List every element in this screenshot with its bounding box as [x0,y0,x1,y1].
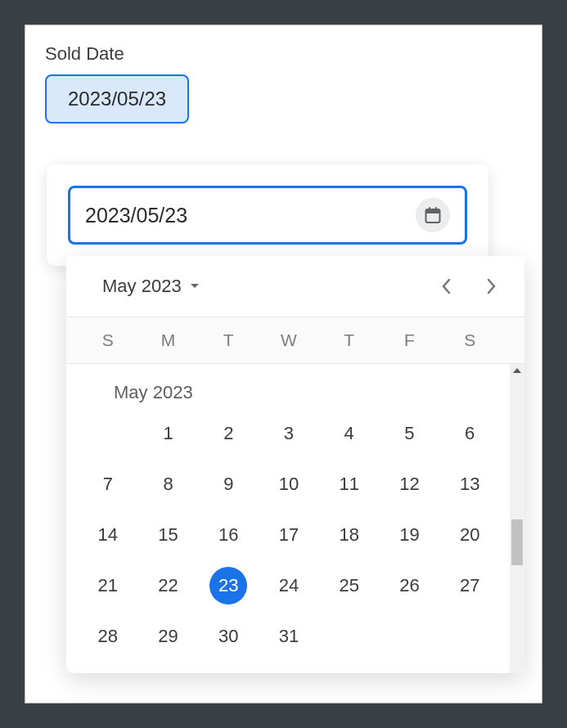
svg-rect-3 [435,207,437,211]
calendar-day[interactable]: 20 [439,516,500,554]
calendar-day[interactable]: 13 [439,465,500,503]
calendar-day[interactable]: 29 [138,618,199,655]
weekday-header-row: SMTWTFS [66,317,524,364]
calendar-empty-cell [78,415,138,452]
calendar-day[interactable]: 19 [380,516,440,554]
calendar-day[interactable]: 21 [78,567,138,604]
scrollbar-thumb[interactable] [511,519,523,565]
calendar-day[interactable]: 11 [319,465,380,503]
calendar-day[interactable]: 26 [380,567,440,604]
scrollbar-track[interactable] [510,364,524,673]
field-label: Sold Date [45,43,522,65]
calendar-day[interactable]: 25 [319,567,380,604]
section-month-label: May 2023 [78,364,500,415]
weekday-header: S [78,330,138,350]
calendar-day[interactable]: 28 [78,618,138,655]
calendar-day[interactable]: 6 [439,415,500,452]
chevron-left-icon [441,278,451,294]
calendar-day[interactable]: 5 [380,415,440,452]
calendar-day[interactable]: 23 [198,567,259,604]
calendar-day[interactable]: 27 [439,567,500,604]
date-input-card: 2023/05/23 [47,164,488,266]
svg-rect-2 [429,207,430,211]
weekday-header: S [439,330,500,350]
calendar-icon-button[interactable] [416,198,450,232]
calendar-icon [423,205,443,225]
prev-month-button[interactable] [438,278,454,294]
calendar-day[interactable]: 9 [198,465,259,503]
calendar-day[interactable]: 10 [259,465,319,503]
panel: Sold Date 2023/05/23 2023/05/23 May 2023 [25,25,542,703]
svg-rect-1 [426,209,440,213]
calendar-day[interactable]: 30 [198,618,259,655]
calendar-day[interactable]: 15 [138,516,199,554]
calendar-day[interactable]: 8 [138,465,199,503]
date-input[interactable]: 2023/05/23 [68,186,467,245]
scroll-up-arrow-icon[interactable] [510,364,524,377]
calendar-popup: May 2023 SMTWTFS May 2023 12345678910111… [66,256,524,673]
weekday-header: M [138,330,199,350]
calendar-day[interactable]: 31 [259,618,319,655]
date-input-value: 2023/05/23 [85,204,406,227]
calendar-header: May 2023 [66,256,524,317]
next-month-button[interactable] [484,278,500,294]
sold-date-chip[interactable]: 2023/05/23 [45,74,189,124]
calendar-day[interactable]: 18 [319,516,380,554]
calendar-body: May 2023 1234567891011121314151617181920… [66,364,524,673]
calendar-grid: 1234567891011121314151617181920212223242… [78,415,500,655]
weekday-header: T [319,330,380,350]
weekday-header: F [380,330,440,350]
calendar-nav [438,278,500,294]
calendar-day[interactable]: 4 [319,415,380,452]
calendar-day[interactable]: 24 [259,567,319,604]
calendar-day[interactable]: 1 [138,415,199,452]
calendar-day[interactable]: 3 [259,415,319,452]
calendar-day[interactable]: 17 [259,516,319,554]
calendar-day[interactable]: 14 [78,516,138,554]
weekday-header: T [198,330,259,350]
chevron-right-icon [487,278,497,294]
calendar-day[interactable]: 16 [198,516,259,554]
calendar-day[interactable]: 22 [138,567,199,604]
weekday-header: W [259,330,319,350]
calendar-day[interactable]: 12 [380,465,440,503]
month-select-button[interactable]: May 2023 [102,276,200,297]
dropdown-icon [190,283,200,290]
header-month-text: May 2023 [102,276,182,297]
calendar-day[interactable]: 7 [78,465,138,503]
calendar-day[interactable]: 2 [198,415,259,452]
